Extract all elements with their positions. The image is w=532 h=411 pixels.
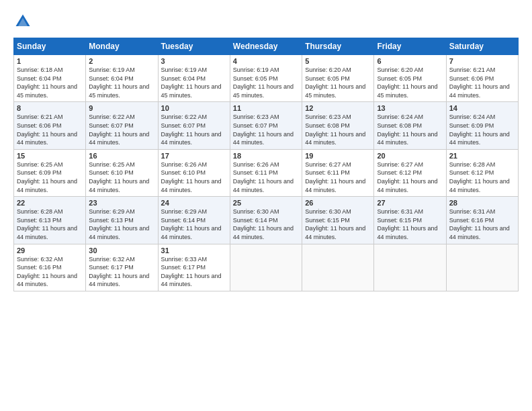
day-info: Sunrise: 6:20 AMSunset: 6:05 PMDaylight:… — [377, 66, 443, 99]
day-number: 17 — [161, 152, 227, 160]
calendar-day-cell: 14Sunrise: 6:24 AMSunset: 6:09 PMDayligh… — [446, 102, 518, 149]
day-info: Sunrise: 6:23 AMSunset: 6:08 PMDaylight:… — [305, 113, 371, 146]
day-number: 19 — [305, 152, 371, 160]
calendar-day-cell: 8Sunrise: 6:21 AMSunset: 6:06 PMDaylight… — [14, 102, 86, 149]
calendar-day-cell: 16Sunrise: 6:25 AMSunset: 6:10 PMDayligh… — [86, 149, 158, 196]
day-info: Sunrise: 6:25 AMSunset: 6:09 PMDaylight:… — [17, 161, 83, 194]
calendar-day-cell: 3Sunrise: 6:19 AMSunset: 6:04 PMDaylight… — [158, 55, 230, 102]
weekday-header: Wednesday — [230, 38, 302, 55]
calendar-day-cell: 2Sunrise: 6:19 AMSunset: 6:04 PMDaylight… — [86, 55, 158, 102]
day-number: 16 — [89, 152, 154, 160]
day-info: Sunrise: 6:23 AMSunset: 6:07 PMDaylight:… — [233, 113, 299, 146]
calendar-header-row: SundayMondayTuesdayWednesdayThursdayFrid… — [14, 38, 519, 55]
weekday-header: Friday — [374, 38, 446, 55]
day-info: Sunrise: 6:22 AMSunset: 6:07 PMDaylight:… — [89, 113, 154, 146]
logo-icon — [13, 12, 32, 31]
day-info: Sunrise: 6:22 AMSunset: 6:07 PMDaylight:… — [161, 113, 227, 146]
day-info: Sunrise: 6:18 AMSunset: 6:04 PMDaylight:… — [17, 66, 83, 99]
day-info: Sunrise: 6:30 AMSunset: 6:15 PMDaylight:… — [305, 208, 371, 241]
day-info: Sunrise: 6:19 AMSunset: 6:04 PMDaylight:… — [161, 66, 227, 99]
calendar-day-cell: 23Sunrise: 6:29 AMSunset: 6:13 PMDayligh… — [86, 197, 158, 244]
day-number: 7 — [449, 57, 515, 65]
day-number: 24 — [161, 199, 227, 207]
day-number: 2 — [89, 57, 154, 65]
day-info: Sunrise: 6:29 AMSunset: 6:14 PMDaylight:… — [161, 208, 227, 241]
day-number: 30 — [89, 246, 154, 255]
day-number: 27 — [377, 199, 443, 207]
calendar-body: 1Sunrise: 6:18 AMSunset: 6:04 PMDaylight… — [14, 55, 519, 291]
day-number: 14 — [449, 104, 515, 112]
calendar-day-cell: 7Sunrise: 6:21 AMSunset: 6:06 PMDaylight… — [446, 55, 518, 102]
day-info: Sunrise: 6:32 AMSunset: 6:16 PMDaylight:… — [17, 255, 83, 289]
day-info: Sunrise: 6:27 AMSunset: 6:12 PMDaylight:… — [377, 161, 443, 194]
day-info: Sunrise: 6:21 AMSunset: 6:06 PMDaylight:… — [449, 66, 515, 99]
calendar-day-cell: 13Sunrise: 6:24 AMSunset: 6:08 PMDayligh… — [374, 102, 446, 149]
calendar-day-cell: 11Sunrise: 6:23 AMSunset: 6:07 PMDayligh… — [230, 102, 302, 149]
calendar-week-row: 22Sunrise: 6:28 AMSunset: 6:13 PMDayligh… — [14, 197, 519, 244]
day-info: Sunrise: 6:24 AMSunset: 6:08 PMDaylight:… — [377, 113, 443, 146]
day-info: Sunrise: 6:30 AMSunset: 6:14 PMDaylight:… — [233, 208, 299, 241]
empty-cell — [230, 244, 302, 291]
empty-cell — [374, 244, 446, 291]
day-info: Sunrise: 6:19 AMSunset: 6:04 PMDaylight:… — [89, 66, 154, 99]
calendar-day-cell: 27Sunrise: 6:31 AMSunset: 6:15 PMDayligh… — [374, 197, 446, 244]
calendar-day-cell: 9Sunrise: 6:22 AMSunset: 6:07 PMDaylight… — [86, 102, 158, 149]
calendar-day-cell: 22Sunrise: 6:28 AMSunset: 6:13 PMDayligh… — [14, 197, 86, 244]
calendar-day-cell: 1Sunrise: 6:18 AMSunset: 6:04 PMDaylight… — [14, 55, 86, 102]
calendar-day-cell: 21Sunrise: 6:28 AMSunset: 6:12 PMDayligh… — [446, 149, 518, 196]
calendar-day-cell: 10Sunrise: 6:22 AMSunset: 6:07 PMDayligh… — [158, 102, 230, 149]
weekday-header: Saturday — [446, 38, 518, 55]
day-number: 10 — [161, 104, 227, 112]
day-number: 6 — [377, 57, 443, 65]
calendar-day-cell: 28Sunrise: 6:31 AMSunset: 6:16 PMDayligh… — [446, 197, 518, 244]
calendar-day-cell: 25Sunrise: 6:30 AMSunset: 6:14 PMDayligh… — [230, 197, 302, 244]
day-info: Sunrise: 6:31 AMSunset: 6:15 PMDaylight:… — [377, 208, 443, 241]
day-info: Sunrise: 6:26 AMSunset: 6:10 PMDaylight:… — [161, 161, 227, 194]
calendar-day-cell: 24Sunrise: 6:29 AMSunset: 6:14 PMDayligh… — [158, 197, 230, 244]
calendar-day-cell: 31Sunrise: 6:33 AMSunset: 6:17 PMDayligh… — [158, 244, 230, 291]
day-info: Sunrise: 6:28 AMSunset: 6:13 PMDaylight:… — [17, 208, 83, 241]
day-number: 26 — [305, 199, 371, 207]
day-number: 28 — [449, 199, 515, 207]
day-number: 13 — [377, 104, 443, 112]
day-info: Sunrise: 6:28 AMSunset: 6:12 PMDaylight:… — [449, 161, 515, 194]
calendar-table: SundayMondayTuesdayWednesdayThursdayFrid… — [13, 38, 519, 291]
day-info: Sunrise: 6:25 AMSunset: 6:10 PMDaylight:… — [89, 161, 154, 194]
calendar-day-cell: 5Sunrise: 6:20 AMSunset: 6:05 PMDaylight… — [302, 55, 374, 102]
logo — [13, 12, 35, 31]
day-number: 15 — [17, 152, 83, 160]
calendar-day-cell: 17Sunrise: 6:26 AMSunset: 6:10 PMDayligh… — [158, 149, 230, 196]
header — [13, 12, 519, 31]
day-number: 11 — [233, 104, 299, 112]
day-number: 18 — [233, 152, 299, 160]
day-number: 25 — [233, 199, 299, 207]
empty-cell — [302, 244, 374, 291]
day-number: 5 — [305, 57, 371, 65]
calendar-day-cell: 29Sunrise: 6:32 AMSunset: 6:16 PMDayligh… — [14, 244, 86, 291]
day-number: 29 — [17, 246, 83, 255]
day-info: Sunrise: 6:24 AMSunset: 6:09 PMDaylight:… — [449, 113, 515, 146]
calendar-day-cell: 26Sunrise: 6:30 AMSunset: 6:15 PMDayligh… — [302, 197, 374, 244]
day-number: 22 — [17, 199, 83, 207]
day-number: 12 — [305, 104, 371, 112]
day-number: 21 — [449, 152, 515, 160]
calendar-day-cell: 12Sunrise: 6:23 AMSunset: 6:08 PMDayligh… — [302, 102, 374, 149]
day-info: Sunrise: 6:27 AMSunset: 6:11 PMDaylight:… — [305, 161, 371, 194]
calendar-day-cell: 15Sunrise: 6:25 AMSunset: 6:09 PMDayligh… — [14, 149, 86, 196]
calendar-week-row: 1Sunrise: 6:18 AMSunset: 6:04 PMDaylight… — [14, 55, 519, 102]
day-info: Sunrise: 6:32 AMSunset: 6:17 PMDaylight:… — [89, 255, 154, 289]
day-number: 23 — [89, 199, 154, 207]
day-info: Sunrise: 6:20 AMSunset: 6:05 PMDaylight:… — [305, 66, 371, 99]
weekday-header: Tuesday — [158, 38, 230, 55]
calendar-day-cell: 6Sunrise: 6:20 AMSunset: 6:05 PMDaylight… — [374, 55, 446, 102]
page: SundayMondayTuesdayWednesdayThursdayFrid… — [0, 0, 532, 411]
calendar-day-cell: 30Sunrise: 6:32 AMSunset: 6:17 PMDayligh… — [86, 244, 158, 291]
calendar-day-cell: 19Sunrise: 6:27 AMSunset: 6:11 PMDayligh… — [302, 149, 374, 196]
day-number: 9 — [89, 104, 154, 112]
day-info: Sunrise: 6:33 AMSunset: 6:17 PMDaylight:… — [161, 255, 227, 289]
weekday-header: Sunday — [14, 38, 86, 55]
day-info: Sunrise: 6:29 AMSunset: 6:13 PMDaylight:… — [89, 208, 154, 241]
calendar-week-row: 8Sunrise: 6:21 AMSunset: 6:06 PMDaylight… — [14, 102, 519, 149]
day-number: 31 — [161, 246, 227, 255]
calendar-week-row: 29Sunrise: 6:32 AMSunset: 6:16 PMDayligh… — [14, 244, 519, 291]
